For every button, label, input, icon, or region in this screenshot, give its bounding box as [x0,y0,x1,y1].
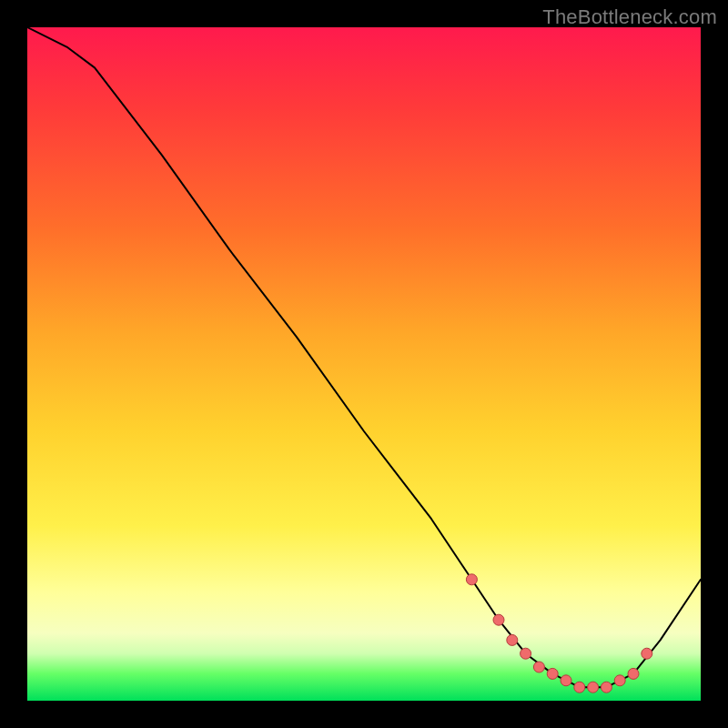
curve-svg [27,27,701,701]
highlight-point [547,668,558,679]
plot-area [27,27,701,701]
watermark-text: TheBottleneck.com [542,5,717,29]
highlight-point [574,682,585,693]
highlight-point [601,682,612,693]
chart-frame: TheBottleneck.com [0,0,728,728]
highlight-markers [466,574,652,693]
bottleneck-curve-path [27,27,701,687]
highlight-point [642,648,652,659]
highlight-point [614,675,625,686]
highlight-point [588,682,599,693]
highlight-point [628,668,639,679]
highlight-point [561,675,571,686]
highlight-point [466,574,477,585]
highlight-point [521,648,531,659]
highlight-point [533,662,544,672]
highlight-point [507,634,518,645]
highlight-point [493,614,504,625]
